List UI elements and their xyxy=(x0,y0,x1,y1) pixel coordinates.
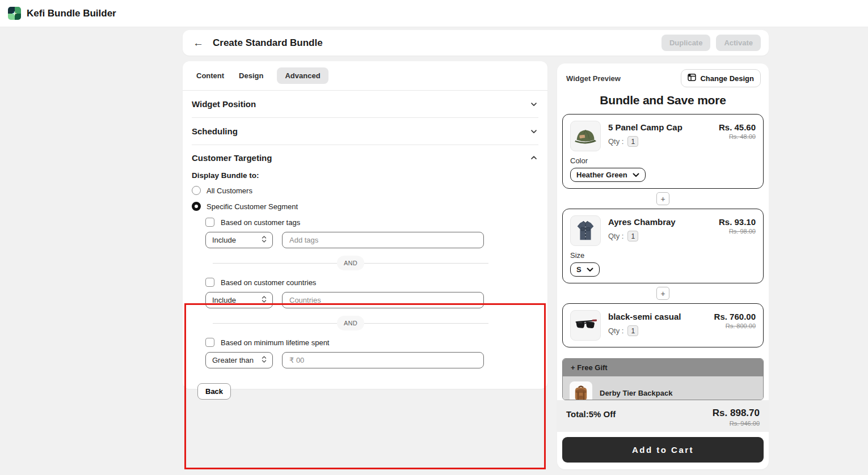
back-button[interactable]: Back xyxy=(197,383,231,400)
chevron-down-icon xyxy=(587,265,593,274)
page-header: ← Create Standard Bundle Duplicate Activ… xyxy=(183,30,769,56)
section-widget-position[interactable]: Widget Position xyxy=(192,91,538,118)
variant-label: Size xyxy=(570,251,756,260)
total-compare-price: Rs. 946.00 xyxy=(713,420,760,427)
tags-input[interactable] xyxy=(282,232,484,248)
chevron-up-icon[interactable] xyxy=(529,153,538,162)
qty-label: Qty : xyxy=(608,326,623,335)
size-select[interactable]: S xyxy=(570,262,600,277)
chevron-down-icon[interactable] xyxy=(529,100,538,109)
product-name: Ayres Chambray xyxy=(608,217,711,227)
and-label: AND xyxy=(337,256,364,270)
countries-input[interactable] xyxy=(282,292,484,308)
qty-value: 1 xyxy=(627,231,638,241)
checkbox-customer-tags[interactable]: Based on customer tags xyxy=(205,218,538,227)
topbar: + Kefi Bundle Builder xyxy=(0,0,868,27)
activate-button[interactable]: Activate xyxy=(716,35,761,51)
total-price: Rs. 898.70 xyxy=(713,408,760,419)
radio-all-customers[interactable]: All Customers xyxy=(192,186,538,195)
tab-design[interactable]: Design xyxy=(238,67,264,84)
free-gift-header: + Free Gift xyxy=(563,359,763,376)
layout-icon xyxy=(688,73,696,83)
radio-icon[interactable] xyxy=(192,186,201,195)
radio-label: Specific Customer Segment xyxy=(207,202,298,211)
checkbox-icon[interactable] xyxy=(205,338,214,347)
preview-product-card: 5 Panel Camp Cap Qty : 1 Rs. 45.60 Rs. 4… xyxy=(562,114,764,189)
add-to-cart-button[interactable]: Add to Cart xyxy=(562,437,764,463)
product-compare-price: Rs. 98.00 xyxy=(719,228,756,235)
spent-controls: Greater than xyxy=(205,352,538,368)
app-title: Kefi Bundle Builder xyxy=(27,8,116,19)
tab-content[interactable]: Content xyxy=(195,67,225,84)
bundle-widget-title: Bundle and Save more xyxy=(557,94,769,107)
product-name: 5 Panel Camp Cap xyxy=(608,122,711,132)
product-name: black-semi casual xyxy=(608,312,707,321)
qty-label: Qty : xyxy=(608,137,623,146)
camp-cap-image xyxy=(570,121,601,151)
backpack-image xyxy=(570,381,592,400)
display-bundle-to-label: Display Bundle to: xyxy=(192,171,538,180)
countries-condition-select[interactable]: Include xyxy=(205,292,273,308)
settings-card: Content Design Advanced Widget Position … xyxy=(183,61,547,389)
qty-label: Qty : xyxy=(608,232,623,240)
qty-value: 1 xyxy=(627,325,638,336)
checkbox-customer-countries[interactable]: Based on customer countries xyxy=(205,278,538,287)
checkbox-icon[interactable] xyxy=(205,218,214,227)
checkbox-label: Based on customer countries xyxy=(221,278,316,287)
add-product-button[interactable]: + xyxy=(656,192,669,205)
chevron-down-icon xyxy=(633,171,639,179)
header-actions: Duplicate Activate xyxy=(661,35,761,51)
free-gift-product-name: Derby Tier Backpack xyxy=(600,389,672,397)
stepper-icon xyxy=(261,235,267,245)
free-gift-section: + Free Gift Derby Tier Backpack xyxy=(562,358,764,400)
app-logo-icon: + xyxy=(8,7,21,20)
radio-label: All Customers xyxy=(207,186,252,195)
chevron-down-icon[interactable] xyxy=(529,127,538,136)
color-select[interactable]: Heather Green xyxy=(570,168,646,182)
qty-value: 1 xyxy=(627,136,638,147)
widget-preview-label: Widget Preview xyxy=(566,74,621,83)
and-label: AND xyxy=(337,316,364,330)
total-label: Total:5% Off xyxy=(566,408,616,427)
product-compare-price: Rs. 800.00 xyxy=(714,323,756,329)
segment-options: Based on customer tags Include AND Based xyxy=(192,218,538,368)
stepper-icon xyxy=(261,295,267,305)
section-customer-targeting[interactable]: Customer Targeting xyxy=(192,145,538,170)
product-price: Rs. 760.00 xyxy=(714,312,756,321)
customer-targeting-body: Display Bundle to: All Customers Specifi… xyxy=(183,171,547,368)
radio-selected-icon[interactable] xyxy=(192,202,201,211)
checkbox-label: Based on customer tags xyxy=(221,218,300,227)
widget-preview-panel: Widget Preview Change Design Bundle and … xyxy=(557,63,769,469)
denim-shirt-image xyxy=(570,215,601,246)
stepper-icon xyxy=(261,355,267,365)
total-section: Total:5% Off Rs. 898.70 Rs. 946.00 xyxy=(557,400,769,432)
duplicate-button[interactable]: Duplicate xyxy=(661,35,711,51)
tags-controls: Include xyxy=(205,232,538,248)
spent-condition-select[interactable]: Greater than xyxy=(205,352,273,368)
tab-bar: Content Design Advanced xyxy=(183,61,547,91)
page-title: Create Standard Bundle xyxy=(213,37,323,49)
back-arrow-icon[interactable]: ← xyxy=(191,37,206,49)
product-compare-price: Rs. 48.00 xyxy=(719,133,756,140)
section-scheduling[interactable]: Scheduling xyxy=(192,118,538,145)
checkbox-label: Based on minimum lifetime spent xyxy=(221,338,329,347)
preview-product-card: black-semi casual Qty : 1 Rs. 760.00 Rs.… xyxy=(562,303,764,347)
checkbox-icon[interactable] xyxy=(205,278,214,287)
checkbox-lifetime-spent[interactable]: Based on minimum lifetime spent xyxy=(205,338,538,347)
and-divider: AND xyxy=(213,316,488,330)
change-design-button[interactable]: Change Design xyxy=(681,69,761,87)
product-price: Rs. 45.60 xyxy=(719,122,756,132)
product-price: Rs. 93.10 xyxy=(719,217,756,227)
variant-label: Color xyxy=(570,156,756,165)
countries-controls: Include xyxy=(205,292,538,308)
sunglasses-image xyxy=(570,310,601,341)
add-product-button[interactable]: + xyxy=(656,287,669,300)
spent-input[interactable] xyxy=(282,352,484,368)
tab-advanced[interactable]: Advanced xyxy=(277,67,328,84)
tags-condition-select[interactable]: Include xyxy=(205,232,273,248)
radio-specific-segment[interactable]: Specific Customer Segment xyxy=(192,202,538,211)
preview-product-card: Ayres Chambray Qty : 1 Rs. 93.10 Rs. 98.… xyxy=(562,209,764,283)
and-divider: AND xyxy=(213,256,488,270)
